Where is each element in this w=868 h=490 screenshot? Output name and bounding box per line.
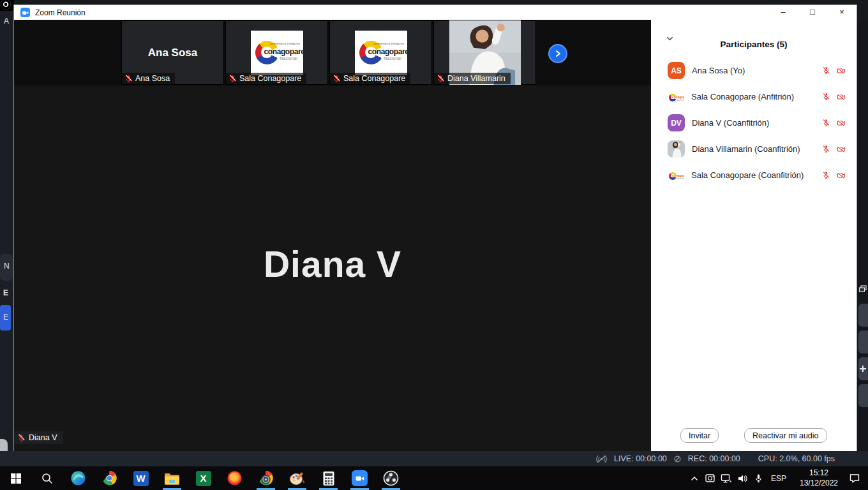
tray-date: 13/12/2022 — [794, 479, 844, 489]
tray-time: 15:12 — [794, 468, 844, 479]
clock[interactable]: 15:12 13/12/2022 — [794, 468, 844, 488]
live-timer: LIVE: 00:00:00 — [614, 454, 667, 463]
video-thumbnail-sala-conagopare-2[interactable]: GOBIERNOS RURALES conagopare Nacional Sa… — [329, 20, 432, 85]
mic-muted-icon — [822, 66, 830, 75]
minimize-button[interactable]: – — [768, 5, 798, 20]
conagopare-logo: GOBIERNOS RURALES conagopare Nacional — [355, 31, 407, 75]
mic-muted-icon — [228, 75, 237, 83]
system-tray: ESP 15:12 13/12/2022 — [689, 468, 868, 488]
participant-row[interactable]: DV Diana V (Coanfitrión) — [651, 110, 857, 136]
self-name-label: Diana V — [29, 433, 57, 442]
logo-sub-text: Nacional — [280, 56, 297, 61]
mic-muted-icon — [17, 434, 26, 442]
video-thumbnail-sala-conagopare-1[interactable]: GOBIERNOS RURALES conagopare Nacional Sa… — [225, 20, 328, 85]
video-thumbnail-strip: Ana Sosa Ana Sosa GOBIERNOS RURALES cona… — [14, 20, 651, 85]
taskbar-file-explorer-button[interactable] — [156, 466, 188, 490]
camera-off-icon — [836, 93, 846, 101]
participants-panel: Participantes (5) AS Ana Sosa (Yo) conag… — [651, 20, 857, 451]
collapse-panel-chevron-icon[interactable] — [665, 34, 675, 43]
taskbar-obs-button[interactable] — [375, 466, 407, 490]
chrome-profile-icon — [258, 470, 274, 486]
taskbar-chrome-button[interactable] — [94, 466, 125, 490]
background-button-sliver — [858, 384, 868, 407]
background-app-right-edge — [857, 20, 868, 451]
taskbar-excel-button[interactable]: X — [188, 466, 219, 490]
taskbar-zoom-button[interactable] — [344, 466, 375, 490]
excel-icon: X — [196, 471, 211, 486]
rec-timer: REC: 00:00:00 — [688, 454, 740, 463]
taskbar-edge-button[interactable] — [63, 466, 94, 490]
mic-muted-icon — [822, 93, 830, 101]
background-letter-e2: E — [3, 313, 8, 322]
video-thumbnail-ana-sosa[interactable]: Ana Sosa Ana Sosa — [121, 20, 224, 85]
background-letter-e: E — [3, 288, 8, 297]
start-button[interactable] — [0, 466, 31, 490]
thumbnail-label: Sala Conagopare — [343, 74, 405, 83]
taskbar-firefox-button[interactable] — [219, 466, 250, 490]
avatar-conagopare-logo: conagopare Nacional — [668, 89, 684, 105]
mic-muted-icon — [124, 75, 133, 83]
participant-name: Sala Conagopare (Anfitrión) — [691, 92, 794, 101]
avatar-initials: AS — [668, 62, 685, 79]
zoom-meeting-window: Zoom Reunión – □ × Ana Sosa Ana Sosa — [14, 5, 857, 451]
participant-row[interactable]: conagopare Nacional Sala Conagopare (Anf… — [651, 84, 857, 110]
background-button-sliver — [858, 304, 868, 327]
tray-volume-icon[interactable] — [737, 473, 749, 484]
windows-logo-icon — [10, 472, 22, 485]
thumbnail-name-tag: Sala Conagopare — [226, 73, 306, 84]
active-speaker-name: Diana V — [14, 243, 651, 285]
logo-sub-text: Nacional — [384, 56, 401, 61]
edge-icon — [70, 470, 86, 486]
participant-row[interactable]: AS Ana Sosa (Yo) — [651, 57, 857, 84]
avatar-initials: DV — [668, 114, 685, 131]
camera-off-icon — [836, 145, 846, 154]
taskbar-calculator-button[interactable] — [313, 466, 344, 490]
language-indicator[interactable]: ESP — [768, 474, 789, 483]
video-thumbnail-diana-villamarin[interactable]: Diana Villamarin — [433, 20, 536, 85]
paint-icon — [289, 471, 306, 486]
maximize-button[interactable]: □ — [798, 5, 827, 20]
thumbnail-label: Diana Villamarin — [447, 74, 505, 83]
obs-logo-corner-icon — [0, 0, 14, 11]
participant-name: Diana Villamarin (Coanfitrión) — [692, 144, 800, 154]
calculator-icon — [322, 471, 335, 486]
invite-button[interactable]: Invitar — [680, 428, 719, 443]
thumbnail-label: Sala Conagopare — [239, 74, 301, 83]
tray-network-icon[interactable] — [721, 473, 732, 484]
logo-main-text: conagopare — [368, 47, 407, 56]
participant-row[interactable]: conagopare Nacional Sala Conagopare (Coa… — [651, 162, 857, 188]
taskbar-word-button[interactable]: W — [125, 466, 156, 490]
tray-chevron-up-icon[interactable] — [689, 473, 700, 484]
next-page-button[interactable] — [548, 44, 567, 63]
participant-row[interactable]: Diana Villamarin (Coanfitrión) — [651, 136, 857, 162]
chevron-right-icon — [553, 48, 563, 59]
background-app-left-edge: A N E E — [0, 0, 14, 466]
window-title: Zoom Reunión — [35, 8, 86, 17]
notification-center-icon[interactable] — [849, 473, 860, 484]
search-icon — [41, 472, 54, 485]
unmute-audio-button[interactable]: Reactivar mi audio — [744, 428, 827, 443]
self-video-name-tag: Diana V — [14, 431, 63, 444]
logo-top-text: GOBIERNOS RURALES — [270, 42, 301, 45]
participant-name: Ana Sosa (Yo) — [692, 66, 745, 75]
tray-obs-icon[interactable] — [705, 473, 715, 484]
mic-muted-icon — [822, 145, 830, 153]
window-titlebar: Zoom Reunión – □ × — [14, 5, 857, 20]
taskbar-search-button[interactable] — [31, 466, 63, 490]
close-button[interactable]: × — [827, 5, 857, 20]
taskbar-paint-button[interactable] — [281, 466, 313, 490]
windows-taskbar: W X — [0, 466, 868, 490]
thumbnail-label: Ana Sosa — [135, 74, 170, 83]
firefox-icon — [227, 470, 243, 486]
mic-muted-icon — [333, 75, 341, 83]
recording-paused-icon — [673, 454, 682, 464]
participant-name: Diana V (Coanfitrión) — [692, 118, 769, 128]
background-letter-n: N — [4, 262, 10, 271]
cpu-fps-status: CPU: 2.0%, 60.00 fps — [758, 454, 835, 463]
avatar-conagopare-logo: conagopare Nacional — [668, 167, 684, 184]
taskbar-chrome-profile-button[interactable] — [250, 466, 281, 490]
file-explorer-icon — [164, 471, 180, 486]
zoom-app-icon — [352, 470, 368, 486]
tray-microphone-icon[interactable] — [754, 473, 763, 484]
thumbnail-name-tag: Sala Conagopare — [330, 73, 410, 84]
